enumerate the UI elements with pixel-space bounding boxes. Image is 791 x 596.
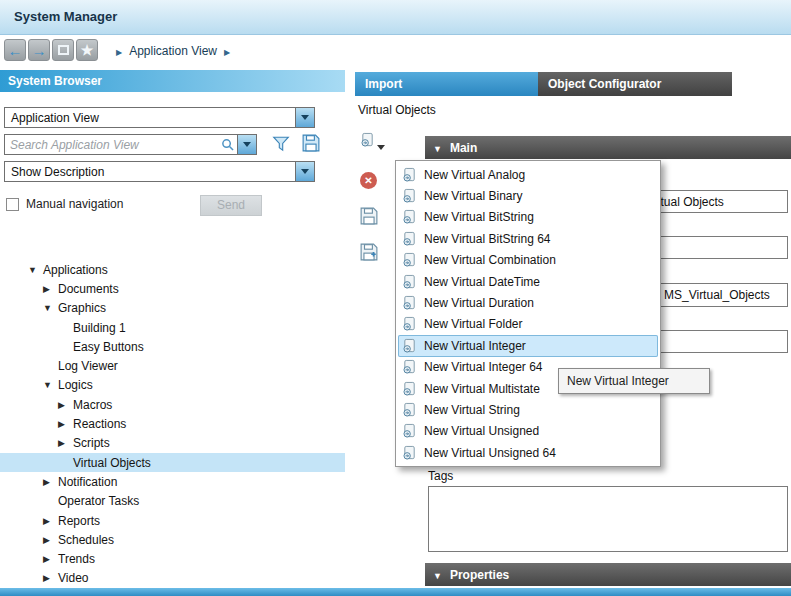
menu-item[interactable]: New Virtual BitString 64 [398, 228, 658, 249]
tree-item-label: Trends [58, 552, 95, 566]
virtual-object-icon [402, 274, 417, 290]
tree-item[interactable]: Graphics [0, 299, 345, 318]
expander-icon[interactable] [43, 284, 58, 294]
tab-import[interactable]: Import [355, 72, 538, 96]
search-box[interactable] [4, 134, 257, 155]
description-selector[interactable]: Show Description [4, 161, 315, 182]
tab-object-configurator[interactable]: Object Configurator [538, 72, 732, 96]
new-object-button[interactable] [360, 131, 390, 155]
tab-object-configurator-label: Object Configurator [548, 77, 661, 91]
tree-item[interactable]: Documents [0, 279, 345, 298]
menu-item[interactable]: New Virtual BitString [398, 207, 658, 228]
tree-item[interactable]: Log Viewer [0, 356, 345, 375]
tree-item[interactable]: Schedules [0, 530, 345, 549]
search-input[interactable] [10, 136, 210, 153]
chevron-down-icon[interactable] [295, 108, 314, 127]
collapse-arrow-icon[interactable] [433, 568, 442, 582]
new-object-dropdown-icon[interactable] [377, 145, 385, 150]
back-button[interactable]: ← [4, 39, 26, 61]
window-view-button[interactable] [52, 39, 74, 61]
tree-item[interactable]: Applications [0, 260, 345, 279]
breadcrumb-arrow-icon [224, 44, 230, 58]
menu-item[interactable]: New Virtual Duration [398, 292, 658, 313]
menu-item-label: New Virtual Integer [424, 339, 526, 353]
virtual-object-icon [402, 338, 417, 354]
view-selector[interactable]: Application View [4, 107, 315, 128]
tree-item-label: Graphics [58, 301, 106, 315]
filter-button[interactable] [272, 135, 290, 156]
tree-item[interactable]: Reports [0, 511, 345, 530]
tree-item[interactable]: Trends [0, 549, 345, 568]
menu-item[interactable]: New Virtual DateTime [398, 271, 658, 292]
expander-icon[interactable] [58, 419, 73, 429]
forward-button[interactable]: → [28, 39, 50, 61]
menu-item[interactable]: New Virtual Binary [398, 185, 658, 206]
manual-navigation-label: Manual navigation [26, 197, 123, 211]
menu-item[interactable]: New Virtual Unsigned [398, 421, 658, 442]
expander-icon[interactable] [58, 438, 73, 448]
send-button[interactable]: Send [200, 195, 262, 216]
virtual-object-icon [402, 167, 417, 183]
expander-icon[interactable] [43, 535, 58, 545]
menu-item[interactable]: New Virtual Unsigned 64 [398, 442, 658, 463]
view-selector-value: Application View [11, 111, 99, 125]
tree-item[interactable]: Scripts [0, 434, 345, 453]
expander-icon[interactable] [43, 573, 58, 583]
search-options-chevron-icon[interactable] [237, 135, 256, 154]
tree-item[interactable]: Logics [0, 376, 345, 395]
section-header-properties[interactable]: Properties [425, 563, 791, 586]
tree-item[interactable]: Operator Tasks [0, 492, 345, 511]
expander-icon[interactable] [43, 516, 58, 526]
window-bottom-edge [0, 588, 791, 596]
tree-item[interactable]: Building 1 [0, 318, 345, 337]
save-filter-button[interactable] [302, 134, 320, 155]
menu-item[interactable]: New Virtual Combination [398, 250, 658, 271]
tree-item[interactable]: Reactions [0, 414, 345, 433]
expander-icon[interactable] [43, 554, 58, 564]
tags-label: Tags [428, 469, 453, 483]
tree-item[interactable]: Notification [0, 472, 345, 491]
virtual-object-icon [402, 423, 417, 439]
tree-item-label: Operator Tasks [58, 494, 139, 508]
expander-icon[interactable] [43, 477, 58, 487]
menu-item-label: New Virtual Integer 64 [424, 360, 543, 374]
favorites-button[interactable]: ★ [76, 39, 98, 61]
virtual-object-icon [402, 445, 417, 461]
breadcrumb[interactable]: Application View [116, 43, 230, 59]
menu-item-label: New Virtual Unsigned 64 [424, 446, 556, 460]
tree-item[interactable]: Video [0, 569, 345, 588]
section-header-main[interactable]: Main [425, 136, 791, 159]
tree-item[interactable]: Easy Buttons [0, 337, 345, 356]
save-button[interactable] [360, 207, 378, 228]
menu-item-label: New Virtual Multistate [424, 382, 540, 396]
breadcrumb-arrow-icon [116, 44, 122, 58]
window-title: System Manager [14, 9, 117, 24]
search-icon[interactable] [221, 138, 234, 154]
tree-item[interactable]: Virtual Objects [0, 453, 345, 472]
tags-field[interactable] [428, 486, 788, 552]
menu-item[interactable]: New Virtual Folder [398, 314, 658, 335]
manual-navigation-checkbox[interactable] [6, 198, 19, 211]
menu-item[interactable]: New Virtual String [398, 399, 658, 420]
menu-item-label: New Virtual Binary [424, 189, 522, 203]
collapse-arrow-icon[interactable] [433, 141, 442, 155]
system-browser-header: System Browser [0, 70, 345, 92]
system-browser-tree: Applications Documents Graphics Building… [0, 260, 345, 589]
menu-item[interactable]: New Virtual Integer [398, 335, 658, 356]
chevron-down-icon[interactable] [295, 162, 314, 181]
tree-item-label: Log Viewer [58, 359, 118, 373]
menu-item[interactable]: New Virtual Analog [398, 164, 658, 185]
delete-button[interactable]: ✕ [360, 172, 377, 189]
virtual-object-icon [402, 316, 417, 332]
tree-item-label: Building 1 [73, 321, 126, 335]
expander-icon[interactable] [28, 265, 43, 275]
tree-item-label: Reactions [73, 417, 126, 431]
tree-item-label: Logics [58, 378, 93, 392]
save-all-button[interactable] [360, 243, 378, 264]
expander-icon[interactable] [58, 400, 73, 410]
breadcrumb-label[interactable]: Application View [129, 44, 217, 58]
tree-item[interactable]: Macros [0, 395, 345, 414]
window-titlebar: System Manager [0, 0, 791, 35]
expander-icon[interactable] [43, 303, 58, 313]
expander-icon[interactable] [43, 380, 58, 390]
